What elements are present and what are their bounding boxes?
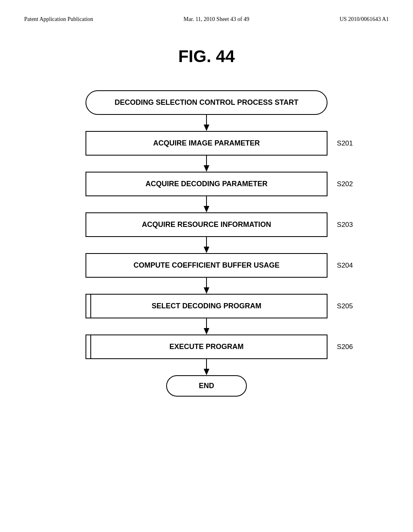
arrow-3 [86,196,327,212]
svg-marker-5 [204,206,209,212]
svg-marker-1 [204,125,209,131]
arrow-5 [86,278,327,294]
s201-text: ACQUIRE IMAGE PARAMETER [153,139,260,147]
arrow-7 [86,359,327,375]
svg-marker-13 [204,369,209,375]
s202-text: ACQUIRE DECODING PARAMETER [146,180,268,188]
node-s202: ACQUIRE DECODING PARAMETER S202 [86,172,327,196]
s203-label: S203 [337,221,353,229]
arrow-4 [86,237,327,253]
page: Patent Application Publication Mar. 11, … [0,0,413,532]
node-s203: ACQUIRE RESOURCE INFORMATION S203 [86,212,327,237]
s205-label: S205 [337,302,353,310]
s206-text: EXECUTE PROGRAM [169,343,244,351]
s206-label: S206 [337,343,353,351]
node-s204: COMPUTE COEFFICIENT BUFFER USAGE S204 [86,253,327,278]
header-right: US 2010/0061643 A1 [340,16,389,23]
s202-box: ACQUIRE DECODING PARAMETER S202 [86,172,327,196]
s203-text: ACQUIRE RESOURCE INFORMATION [142,220,271,229]
end-box: END [166,375,247,397]
s201-box: ACQUIRE IMAGE PARAMETER S201 [86,131,327,156]
node-end: END [86,375,327,397]
header-left: Patent Application Publication [24,16,93,23]
s201-label: S201 [337,139,353,148]
svg-marker-3 [204,165,209,172]
svg-marker-9 [204,287,209,294]
s204-text: COMPUTE COEFFICIENT BUFFER USAGE [133,261,280,269]
node-s206: EXECUTE PROGRAM S206 [86,335,327,359]
node-s201: ACQUIRE IMAGE PARAMETER S201 [86,131,327,156]
s204-box: COMPUTE COEFFICIENT BUFFER USAGE S204 [86,253,327,278]
arrow-1 [86,115,327,131]
node-s205: SELECT DECODING PROGRAM S205 [86,294,327,318]
figure-title: FIG. 44 [24,47,389,66]
flowchart: DECODING SELECTION CONTROL PROCESS START… [86,90,327,397]
end-label: END [199,382,214,390]
arrow-6 [86,318,327,335]
arrow-2 [86,156,327,172]
svg-marker-7 [204,247,209,253]
start-label: DECODING SELECTION CONTROL PROCESS START [115,98,298,106]
s205-text: SELECT DECODING PROGRAM [152,302,261,310]
s204-label: S204 [337,262,353,270]
start-box: DECODING SELECTION CONTROL PROCESS START [86,90,327,115]
page-header: Patent Application Publication Mar. 11, … [24,16,389,23]
s202-label: S202 [337,180,353,188]
header-center: Mar. 11, 2010 Sheet 43 of 49 [184,16,249,23]
svg-marker-11 [204,328,209,335]
s203-box: ACQUIRE RESOURCE INFORMATION S203 [86,212,327,237]
node-start: DECODING SELECTION CONTROL PROCESS START [86,90,327,115]
